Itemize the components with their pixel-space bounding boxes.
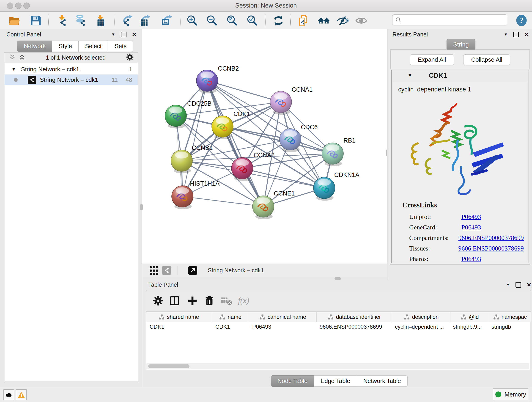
expand-all-button[interactable]: Expand All — [410, 54, 454, 65]
entry-expand-icon[interactable]: ▼ — [408, 73, 412, 78]
network-label: String Network – cdk1 — [40, 76, 98, 83]
crosslink-link[interactable]: P06493 — [462, 255, 481, 263]
expand-all-icon[interactable] — [19, 54, 25, 61]
tab-node-table[interactable]: Node Table — [271, 375, 314, 387]
panel-menu-icon[interactable]: ▼ — [504, 32, 508, 37]
network-node-CCNB1[interactable]: CCNB1 — [171, 144, 213, 173]
zoom-selected-icon[interactable] — [246, 14, 259, 27]
network-node-RB1[interactable]: RB1 — [322, 137, 355, 166]
help-icon[interactable]: ? — [515, 14, 527, 27]
column-header-description[interactable]: description — [392, 312, 450, 322]
crosslink-link[interactable]: P06493 — [462, 224, 481, 231]
network-node-CCNB2[interactable]: CCNB2 — [196, 65, 239, 93]
panel-menu-icon[interactable]: ▼ — [506, 282, 510, 288]
attribute-icon — [219, 314, 225, 320]
horizontal-scrollbar[interactable] — [146, 363, 529, 369]
network-node-CDC6[interactable]: CDC6 — [279, 124, 318, 152]
add-column-icon[interactable] — [187, 295, 198, 306]
export-table-icon[interactable] — [139, 14, 151, 27]
show-columns-icon[interactable] — [169, 295, 180, 306]
import-table-icon[interactable] — [94, 14, 106, 27]
network-view-icon[interactable] — [162, 266, 171, 275]
cloud-button[interactable] — [3, 389, 14, 400]
table-header-row: shared namenamecanonical namedatabase id… — [146, 312, 531, 322]
entry-header[interactable]: ▼ CDK1 — [392, 70, 529, 81]
grid-view-icon[interactable] — [149, 266, 158, 275]
tab-sets[interactable]: Sets — [108, 41, 133, 52]
zoom-fit-icon[interactable] — [226, 14, 238, 27]
column-header-label: name — [228, 314, 241, 320]
network-collection-row[interactable]: ▼ String Network – cdk1 1 — [5, 64, 138, 75]
tab-network[interactable]: Network — [17, 41, 52, 52]
crosslink-link[interactable]: P06493 — [462, 213, 481, 220]
import-network-database-icon[interactable] — [75, 14, 87, 27]
crosslinks-list: Uniprot:P06493GeneCard:P06493Compartment… — [409, 211, 524, 264]
zoom-in-icon[interactable] — [186, 14, 198, 27]
export-network-icon[interactable] — [121, 14, 133, 27]
column-header-canonical-name[interactable]: canonical name — [249, 312, 317, 322]
results-panel: Results Panel ▼ ✕ String Expand All Coll… — [387, 29, 532, 280]
clone-network-icon[interactable] — [298, 14, 310, 27]
tab-select[interactable]: Select — [79, 41, 108, 52]
close-panel-icon[interactable]: ✕ — [527, 282, 531, 288]
open-session-icon[interactable] — [8, 14, 21, 27]
string-home-icon[interactable] — [317, 14, 330, 27]
zoom-out-icon[interactable] — [206, 14, 218, 27]
network-collection-box: 1 of 1 Network selected ▼ String Network… — [4, 52, 138, 382]
search-box[interactable] — [392, 14, 507, 26]
apply-layout-icon[interactable] — [272, 14, 285, 27]
collapse-all-button[interactable]: Collapse All — [463, 54, 510, 65]
table-settings-icon[interactable] — [153, 295, 163, 306]
birds-eye-view-icon[interactable] — [188, 266, 197, 275]
crosslink-link[interactable]: 9606.ENSP00000378699 — [458, 234, 524, 242]
network-node-CDKN1A[interactable]: CDKN1A — [313, 172, 360, 201]
table-cell: CDK1 — [212, 322, 249, 332]
network-edge — [182, 196, 263, 206]
save-session-icon[interactable] — [29, 14, 42, 27]
table-row[interactable]: CDK1CDK1P064939606.ENSP00000378699cyclin… — [146, 322, 530, 332]
import-network-file-icon[interactable] — [56, 14, 68, 27]
delete-column-icon[interactable] — [204, 295, 215, 306]
network-tree: ▼ String Network – cdk1 1 String Network… — [5, 63, 138, 381]
scrollbar-thumb[interactable] — [148, 364, 190, 368]
collapse-all-icon[interactable] — [9, 54, 16, 61]
gear-icon[interactable] — [126, 53, 134, 62]
column-header-label: canonical name — [268, 314, 306, 320]
memory-button[interactable]: Memory — [493, 389, 528, 400]
warning-button[interactable] — [16, 389, 27, 400]
splitter-handle[interactable] — [140, 204, 143, 211]
table-panel-title: Table Panel — [148, 281, 178, 288]
close-panel-icon[interactable]: ✕ — [132, 32, 137, 37]
tab-edge-table[interactable]: Edge Table — [314, 375, 357, 387]
table-panel-window-buttons: ▼ ✕ — [506, 282, 531, 288]
float-panel-icon[interactable] — [515, 282, 521, 288]
column-header-namespac[interactable]: namespac — [489, 312, 531, 322]
column-header-database-identifier[interactable]: database identifier — [317, 312, 392, 322]
collection-label: String Network – cdk1 — [21, 66, 79, 73]
tab-string[interactable]: String — [447, 39, 475, 50]
hide-unhide-icon[interactable] — [336, 14, 349, 27]
float-panel-icon[interactable] — [513, 32, 519, 37]
column-header-shared-name[interactable]: shared name — [146, 312, 212, 322]
export-image-icon[interactable] — [161, 14, 173, 27]
splitter-handle[interactable] — [335, 277, 341, 280]
column-header--id[interactable]: @id — [450, 312, 489, 322]
network-node-HIST1H1A[interactable]: HIST1H1A — [172, 180, 220, 209]
close-panel-icon[interactable]: ✕ — [525, 32, 529, 37]
tab-style[interactable]: Style — [52, 41, 79, 52]
network-canvas[interactable]: CDK1CCNB2CCNA1CDC25BCDC6RB1CCNB1CCNA2CDK… — [142, 29, 387, 264]
network-edge — [207, 81, 281, 102]
tab-network-table[interactable]: Network Table — [357, 375, 408, 387]
search-input[interactable] — [404, 15, 505, 25]
network-graph[interactable]: CDK1CCNB2CCNA1CDC25BCDC6RB1CCNB1CCNA2CDK… — [142, 29, 387, 264]
network-node-CCNE1[interactable]: CCNE1 — [253, 190, 295, 219]
network-row-selected[interactable]: String Network – cdk1 11 48 — [5, 75, 138, 85]
crosslink-link[interactable]: 9606.ENSP00000378699 — [458, 245, 524, 252]
column-header-name[interactable]: name — [212, 312, 249, 322]
collection-expand-icon[interactable]: ▼ — [12, 67, 16, 72]
memory-label: Memory — [505, 391, 526, 398]
network-node-CCNA1[interactable]: CCNA1 — [270, 86, 313, 115]
table-cell: CDK1 — [146, 322, 212, 332]
panel-menu-icon[interactable]: ▼ — [111, 32, 115, 37]
float-panel-icon[interactable] — [121, 32, 127, 37]
